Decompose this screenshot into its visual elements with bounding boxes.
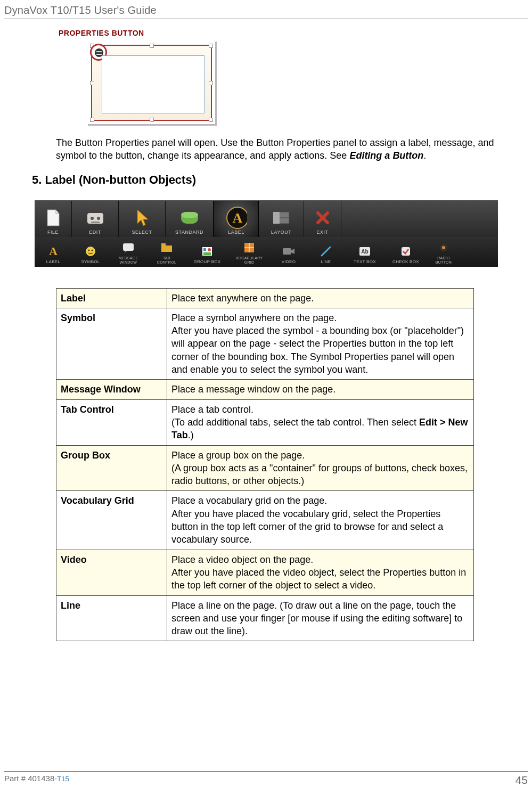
toolbar-bottom-tab-control: TABCONTROL — [148, 240, 186, 267]
table-row: Symbol Place a symbol anywhere on the pa… — [56, 308, 474, 379]
description-table: Label Place text anywhere on the page. S… — [56, 288, 474, 642]
svg-rect-9 — [273, 212, 280, 224]
svg-rect-16 — [161, 243, 166, 246]
term-cell: Symbol — [56, 308, 167, 379]
svg-rect-14 — [123, 243, 134, 251]
desc-cell: Place a line on the page. (To draw out a… — [167, 595, 474, 641]
toolbar-top-label-active: A LABEL — [214, 201, 259, 237]
symbol-icon — [84, 245, 97, 258]
desc-cell: Place text anywhere on the page. — [167, 288, 474, 308]
toolbar-bottom-radio-button: RADIOBUTTON — [427, 240, 461, 267]
toolbar-bottom-text-box: Ab TEXT BOX — [345, 240, 385, 267]
svg-point-12 — [88, 249, 90, 251]
desc-cell: Place a message window on the page. — [167, 380, 474, 399]
toolbar-top-label: STANDARD — [175, 230, 203, 235]
group-box-icon — [201, 245, 214, 258]
svg-rect-18 — [203, 248, 206, 251]
table-row: Video Place a video object on the page. … — [56, 550, 474, 595]
tb-label: VIDEO — [282, 260, 296, 265]
tb-label: LABEL — [46, 260, 60, 265]
toolbar-bottom-label: A LABEL — [35, 240, 72, 267]
term-cell: Video — [56, 550, 167, 595]
toolbar-bottom-group-box: GROUP BOX — [186, 240, 228, 267]
toolbar-bottom-check-box: CHECK BOX — [385, 240, 427, 267]
svg-point-30 — [442, 246, 445, 249]
para-text-b: . — [423, 150, 426, 161]
tb-label: LINE — [321, 260, 331, 265]
page-footer: Part # 401438-T15 45 — [4, 774, 528, 787]
properties-button-figure — [88, 42, 217, 126]
para-link: Editing a Button — [349, 150, 423, 161]
desc-cell: Place a tab control. (To add additional … — [167, 399, 474, 445]
toolbar-top-layout: LAYOUT — [259, 201, 304, 237]
toolbar-top-label: LABEL — [228, 230, 244, 235]
table-row: Line Place a line on the page. (To draw … — [56, 595, 474, 641]
section-label: PROPERTIES BUTTON — [59, 29, 500, 37]
toolbar-top-exit: EXIT — [304, 201, 341, 237]
text-box-icon: Ab — [358, 245, 371, 258]
toolbar-bottom-video: VIDEO — [270, 240, 307, 267]
toolbar-top-label: EDIT — [89, 230, 101, 235]
toolbar-top-edit: EDIT — [72, 201, 119, 237]
line-icon — [320, 245, 332, 258]
check-box-icon — [399, 245, 412, 258]
svg-point-1 — [91, 217, 94, 220]
term-cell: Message Window — [56, 380, 167, 399]
doc-header: DynaVox T10/T15 User's Guide — [0, 0, 532, 19]
desc-cell: Place a video object on the page. After … — [167, 550, 474, 595]
part-number: Part # 401438-T15 — [4, 774, 69, 787]
section-heading: 5. Label (Non-button Objects) — [32, 173, 500, 187]
toolbar-top-label: SELECT — [132, 230, 152, 235]
tab-control-icon — [160, 241, 173, 254]
toolbar-bottom-message-window: MESSAGEWINDOW — [109, 240, 148, 267]
desc-cell: Place a symbol anywhere on the page. Aft… — [167, 308, 474, 379]
video-icon — [282, 245, 295, 258]
table-row: Label Place text anywhere on the page. — [56, 288, 474, 308]
vocabulary-grid-icon — [243, 241, 256, 254]
svg-point-2 — [97, 217, 100, 220]
file-icon — [43, 207, 64, 228]
radio-button-icon — [437, 241, 450, 254]
tb-label: MESSAGEWINDOW — [119, 256, 138, 264]
term-cell: Vocabulary Grid — [56, 491, 167, 550]
footer-rule — [4, 771, 528, 772]
svg-rect-20 — [203, 252, 211, 255]
page-number: 45 — [515, 774, 528, 787]
tb-label: TEXT BOX — [354, 260, 376, 265]
standard-icon — [179, 207, 200, 228]
toolbar-bottom-vocabulary-grid: VOCABULARYGRID — [228, 240, 270, 267]
toolbar-top-file: FILE — [35, 201, 72, 237]
table-row: Vocabulary Grid Place a vocabulary grid … — [56, 491, 474, 550]
para-text-a: The Button Properties panel will open. U… — [56, 137, 494, 161]
svg-text:A: A — [232, 210, 242, 226]
toolbar-top-select: SELECT — [119, 201, 166, 237]
header-rule — [4, 19, 528, 19]
table-row: Message Window Place a message window on… — [56, 380, 474, 399]
svg-rect-5 — [181, 212, 198, 218]
svg-point-13 — [92, 249, 93, 251]
svg-rect-24 — [283, 248, 291, 255]
term-cell: Tab Control — [56, 399, 167, 445]
label-icon: A — [47, 245, 60, 258]
desc-cell: Place a group box on the page. (A group … — [167, 445, 474, 491]
label-a-icon: A — [226, 207, 247, 228]
message-window-icon — [122, 241, 135, 254]
table-row: Group Box Place a group box on the page.… — [56, 445, 474, 491]
desc-cell: Place a vocabulary grid on the page. Aft… — [167, 491, 474, 550]
body-paragraph: The Button Properties panel will open. U… — [56, 136, 500, 162]
toolbar-bottom-symbol: SYMBOL — [72, 240, 109, 267]
svg-line-25 — [322, 247, 330, 256]
toolbar-top-standard: STANDARD — [166, 201, 214, 237]
tb-label: GROUP BOX — [193, 260, 220, 265]
tb-label: RADIOBUTTON — [436, 256, 452, 264]
svg-rect-15 — [161, 245, 172, 252]
toolbar-top-label: FILE — [47, 230, 59, 235]
tb-label: TABCONTROL — [157, 256, 176, 264]
tb-label: VOCABULARYGRID — [236, 256, 263, 264]
toolbar-top-label: LAYOUT — [271, 230, 291, 235]
tb-label: CHECK BOX — [392, 260, 419, 265]
tb-label: SYMBOL — [81, 260, 100, 265]
edit-icon — [85, 207, 106, 228]
toolbar-top-label: EXIT — [316, 230, 328, 235]
table-row: Tab Control Place a tab control. (To add… — [56, 399, 474, 445]
